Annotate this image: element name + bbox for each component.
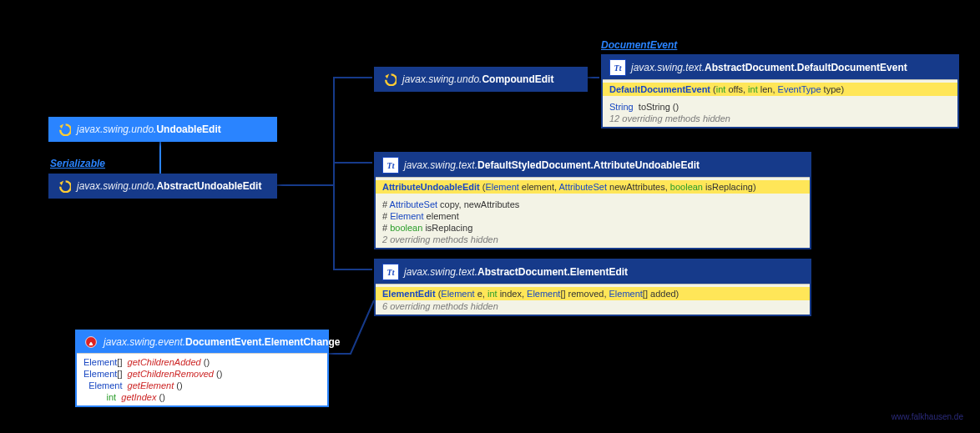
hidden-note: 12 overriding methods hidden [609, 113, 951, 124]
field: # Element element [382, 210, 803, 222]
hidden-note: 2 overriding methods hidden [382, 234, 803, 245]
classname: AbstractDocument.ElementEdit [477, 266, 628, 278]
class-elementchange[interactable]: javax.swing.event.DocumentEvent.ElementC… [75, 330, 329, 407]
constructor: ElementEdit (Element e, int index, Eleme… [376, 287, 810, 300]
undo-arrow-icon [382, 72, 397, 87]
undo-arrow-icon [57, 122, 72, 137]
method-tostring: String toString () [609, 101, 951, 113]
pkg: javax.swing.undo. [77, 180, 156, 192]
text-type-icon: Tt [382, 157, 399, 174]
footer-link[interactable]: www.falkhausen.de [892, 412, 963, 421]
method: Element[] getChildrenAdded () [83, 356, 321, 368]
pkg: javax.swing.event. [104, 336, 185, 348]
class-elementedit[interactable]: Tt javax.swing.text.AbstractDocument.Ele… [374, 259, 811, 316]
classname: AbstractUndoableEdit [156, 180, 261, 192]
field: # AttributeSet copy, newAttributes [382, 199, 803, 210]
pkg: javax.swing.undo. [77, 123, 156, 135]
text-type-icon: Tt [382, 264, 399, 280]
pkg: javax.swing.text. [404, 159, 477, 171]
undo-arrow-icon [57, 179, 72, 194]
pkg: javax.swing.text. [404, 266, 477, 278]
classname: AbstractDocument.DefaultDocumentEvent [705, 62, 907, 73]
super-label-documentevent[interactable]: DocumentEvent [601, 39, 677, 51]
classname: DefaultStyledDocument.AttributeUndoableE… [477, 159, 700, 171]
event-ball-icon [83, 335, 99, 350]
super-label-serializable[interactable]: Serializable [50, 158, 105, 169]
class-compoundedit[interactable]: javax.swing.undo.CompoundEdit [374, 67, 588, 92]
hidden-note: 6 overriding methods hidden [382, 300, 803, 312]
pkg: javax.swing.undo. [402, 73, 482, 85]
method: Element getElement () [83, 380, 321, 391]
class-abstractundoableedit[interactable]: javax.swing.undo.AbstractUndoableEdit [48, 174, 277, 199]
constructor: AttributeUndoableEdit (Element element, … [376, 180, 810, 194]
class-undoableedit[interactable]: javax.swing.undo.UndoableEdit [48, 117, 277, 142]
classname: CompoundEdit [482, 73, 553, 85]
constructor: DefaultDocumentEvent (int offs, int len,… [603, 83, 957, 96]
method: int getIndex () [83, 391, 321, 403]
class-defaultdocumentevent[interactable]: Tt javax.swing.text.AbstractDocument.Def… [601, 54, 959, 128]
classname: DocumentEvent.ElementChange [185, 336, 340, 348]
method: Element[] getChildrenRemoved () [83, 368, 321, 380]
class-attributeundoableedit[interactable]: Tt javax.swing.text.DefaultStyledDocumen… [374, 152, 811, 249]
pkg: javax.swing.text. [631, 62, 705, 73]
field: # boolean isReplacing [382, 222, 803, 234]
classname: UndoableEdit [156, 123, 220, 135]
text-type-icon: Tt [609, 59, 626, 76]
